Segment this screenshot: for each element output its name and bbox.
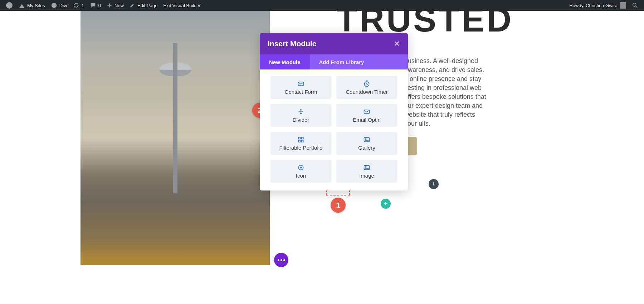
site-name-label: Divi (59, 3, 67, 8)
circle-icon (297, 164, 304, 171)
modal-title: Insert Module (268, 39, 317, 48)
tab-add-from-library[interactable]: Add From Library (310, 54, 408, 69)
edit-page[interactable]: Edit Page (127, 0, 160, 11)
edit-page-label: Edit Page (137, 3, 157, 8)
svg-rect-9 (302, 140, 303, 142)
module-countdown-timer[interactable]: Countdown Timer (336, 76, 397, 99)
module-email-optin[interactable]: Email Optin (336, 104, 397, 127)
add-row-button[interactable]: + (381, 199, 391, 209)
svg-rect-8 (298, 140, 300, 142)
admin-search[interactable] (629, 0, 641, 11)
svg-point-1 (52, 3, 57, 8)
builder-settings-fab[interactable] (274, 253, 288, 267)
add-column-button[interactable]: + (429, 179, 439, 189)
timer-icon (363, 80, 370, 87)
module-grid: Contact Form Countdown Timer Divider Ema… (260, 69, 408, 190)
svg-point-15 (365, 167, 366, 168)
module-icon[interactable]: Icon (270, 160, 331, 183)
module-image[interactable]: Image (336, 160, 397, 183)
image-icon (363, 136, 370, 143)
module-filterable-portfolio[interactable]: Filterable Portfolio (270, 132, 331, 155)
modal-tabs: New Module Add From Library (260, 54, 408, 69)
divider-icon (297, 108, 304, 115)
updates[interactable]: 1 (70, 0, 87, 11)
howdy-user[interactable]: Howdy, Christina Gwira (566, 0, 629, 11)
module-gallery[interactable]: Gallery (336, 132, 397, 155)
module-label: Icon (296, 173, 306, 179)
svg-rect-6 (298, 137, 300, 139)
grid-icon (297, 136, 304, 143)
page-body-text: business. A well-designed awareness, and… (404, 57, 487, 128)
howdy-label: Howdy, Christina Gwira (569, 3, 618, 8)
module-divider[interactable]: Divider (270, 104, 331, 127)
new-label: New (114, 3, 124, 8)
avatar (620, 2, 626, 9)
svg-point-2 (633, 3, 636, 6)
annotation-bubble-1: 1 (331, 198, 346, 213)
exit-visual-builder[interactable]: Exit Visual Builder (160, 0, 204, 11)
close-icon[interactable]: ✕ (394, 39, 400, 48)
svg-point-0 (6, 2, 13, 9)
tab-new-module[interactable]: New Module (260, 54, 310, 69)
comments-count: 0 (98, 3, 101, 8)
module-contact-form[interactable]: Contact Form (270, 76, 331, 99)
site-name[interactable]: Divi (48, 0, 70, 11)
svg-rect-7 (302, 137, 303, 139)
exit-vb-label: Exit Visual Builder (163, 3, 201, 8)
svg-point-13 (300, 167, 301, 168)
mail-icon (297, 80, 304, 87)
mail-icon (363, 108, 370, 115)
updates-count: 1 (82, 3, 84, 8)
comments[interactable]: 0 (87, 0, 104, 11)
module-label: Image (359, 173, 374, 179)
module-label: Divider (293, 117, 309, 123)
hero-image (80, 11, 270, 265)
svg-point-11 (365, 139, 366, 140)
modal-header: Insert Module ✕ (260, 33, 408, 54)
module-label: Gallery (358, 145, 375, 151)
module-label: Filterable Portfolio (279, 145, 323, 151)
insert-module-modal: Insert Module ✕ New Module Add From Libr… (260, 33, 408, 190)
module-label: Contact Form (285, 89, 317, 95)
wp-logo[interactable] (3, 0, 16, 11)
new-content[interactable]: New (104, 0, 127, 11)
my-sites-label: My Sites (27, 3, 45, 8)
cta-button-clip[interactable] (407, 137, 417, 155)
module-label: Email Optin (353, 117, 381, 123)
page-canvas: TRUSTED business. A well-designed awaren… (0, 11, 644, 304)
module-label: Countdown Timer (346, 89, 388, 95)
image-icon (363, 164, 370, 171)
wp-admin-bar: My Sites Divi 1 0 New Edit Page Exit Vis… (0, 0, 644, 11)
my-sites[interactable]: My Sites (16, 0, 48, 11)
